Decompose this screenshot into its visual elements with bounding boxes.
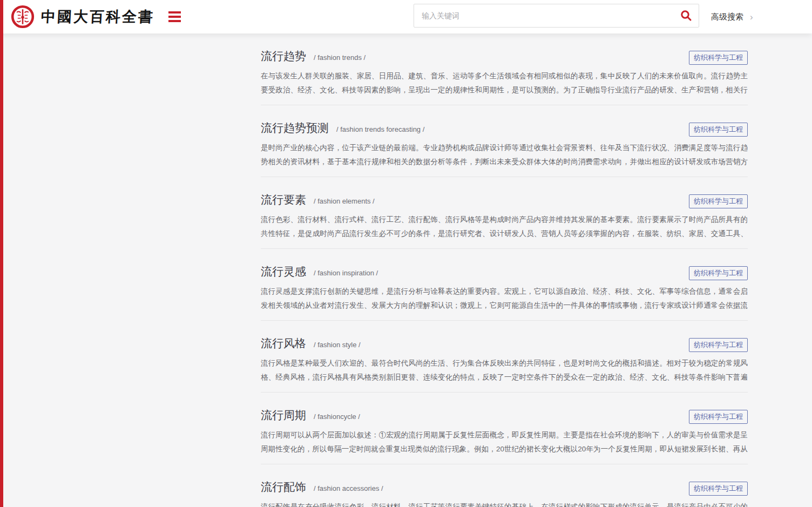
entry-header: 流行趋势 / fashion trends / 纺织科学与工程 [261,48,748,65]
category-badge[interactable]: 纺织科学与工程 [689,51,748,65]
entry-english-subtitle: / fashion style / [314,341,361,349]
entry-description: 流行色彩、流行材料、流行式样、流行工艺、流行配饰、流行风格等是构成时尚产品内容并… [261,213,748,241]
result-entry: 流行要素 / fashion elements / 纺织科学与工程 流行色彩、流… [261,177,748,249]
search-results-list: 流行趋势 / fashion trends / 纺织科学与工程 在与该发生人群关… [261,33,748,507]
entry-description: 流行灵感是支撑流行创新的关键思维，是流行分析与诠释表达的重要内容。宏观上，它可以… [261,285,748,313]
entry-title-link[interactable]: 流行配饰 [261,479,306,495]
result-entry: 流行周期 / fashioncycle / 纺织科学与工程 流行周期可以从两个层… [261,393,748,464]
entry-english-subtitle: / fashion accessories / [314,484,383,492]
entry-header: 流行风格 / fashion style / 纺织科学与工程 [261,335,748,352]
result-entry: 流行风格 / fashion style / 纺织科学与工程 流行风格是某种最受… [261,321,748,393]
encyclopedia-seal-icon [11,5,35,29]
hamburger-menu-icon[interactable] [166,7,183,26]
left-accent-bar [0,0,3,507]
entry-header: 流行周期 / fashioncycle / 纺织科学与工程 [261,407,748,424]
magnifier-icon [680,10,692,22]
entry-english-subtitle: / fashion trends / [314,53,366,62]
category-badge[interactable]: 纺织科学与工程 [689,123,748,137]
result-entry: 流行灵感 / fashion inspiration / 纺织科学与工程 流行灵… [261,249,748,321]
entry-title-link[interactable]: 流行周期 [261,407,306,423]
category-badge[interactable]: 纺织科学与工程 [689,266,748,280]
entry-english-subtitle: / fashioncycle / [314,413,360,421]
entry-title-link[interactable]: 流行风格 [261,335,306,351]
category-badge[interactable]: 纺织科学与工程 [689,338,748,352]
entry-title-link[interactable]: 流行趋势 [261,48,306,64]
advanced-search-label: 高级搜索 [711,12,743,22]
entry-header: 流行要素 / fashion elements / 纺织科学与工程 [261,192,748,208]
entry-header: 流行灵感 / fashion inspiration / 纺织科学与工程 [261,263,748,280]
entry-title-link[interactable]: 流行要素 [261,192,306,208]
entry-description: 流行风格是某种最受人们欢迎的、最符合时代风尚的生活、行为集合体反映出来的共同特征… [261,356,748,384]
category-badge[interactable]: 纺织科学与工程 [689,482,748,496]
site-header: 中國大百科全書 高级搜索 › [0,0,812,33]
site-title: 中國大百科全書 [40,7,155,26]
entry-title-link[interactable]: 流行趋势预测 [261,120,329,136]
entry-header: 流行趋势预测 / fashion trends forecasting / 纺织… [261,120,748,137]
result-entry: 流行趋势 / fashion trends / 纺织科学与工程 在与该发生人群关… [261,48,748,105]
entry-english-subtitle: / fashion trends forecasting / [336,125,424,133]
site-logo[interactable]: 中國大百科全書 [11,5,154,29]
entry-description: 流行配饰是在充分吸收流行色彩、流行材料、流行工艺等流行要素关键特征的基础上，在流… [261,500,748,507]
entry-header: 流行配饰 / fashion accessories / 纺织科学与工程 [261,479,748,496]
search-box [414,4,699,28]
entry-description: 在与该发生人群关联的服装、家居、日用品、建筑、音乐、运动等多个生活领域会有相同或… [261,69,748,97]
result-entry: 流行趋势预测 / fashion trends forecasting / 纺织… [261,105,748,177]
search-button[interactable] [674,4,699,27]
entry-description: 是时尚产业的核心内容，位于该产业链的最前端。专业趋势机构或品牌设计师等通过收集社… [261,141,748,169]
entry-english-subtitle: / fashion inspiration / [314,269,378,277]
result-entry: 流行配饰 / fashion accessories / 纺织科学与工程 流行配… [261,464,748,507]
category-badge[interactable]: 纺织科学与工程 [689,410,748,424]
search-input[interactable] [414,4,674,27]
category-badge[interactable]: 纺织科学与工程 [689,194,748,208]
chevron-right-icon: › [750,12,753,22]
entry-title-link[interactable]: 流行灵感 [261,263,306,280]
entry-english-subtitle: / fashion elements / [314,197,375,205]
advanced-search-link[interactable]: 高级搜索 › [711,0,753,33]
entry-description: 流行周期可以从两个层面加以叙述：①宏观的流行周期属于反复性层面概念，即反复性周期… [261,428,748,456]
